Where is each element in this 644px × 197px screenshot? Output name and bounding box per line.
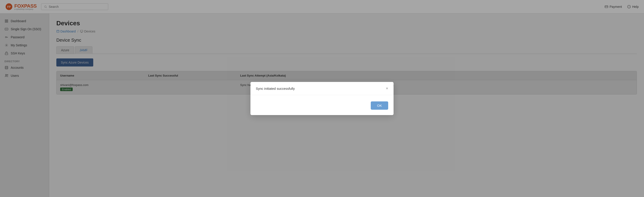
modal-title: Sync initiated successfully [256,87,295,90]
close-icon: × [386,86,388,91]
modal-ok-button[interactable]: OK [371,101,388,110]
modal-overlay: Sync initiated successfully × OK [0,0,644,197]
modal: Sync initiated successfully × OK [250,82,394,115]
modal-header: Sync initiated successfully × [250,82,394,95]
ok-label: OK [377,104,382,107]
modal-close-button[interactable]: × [386,86,388,90]
modal-body: OK [250,95,394,115]
